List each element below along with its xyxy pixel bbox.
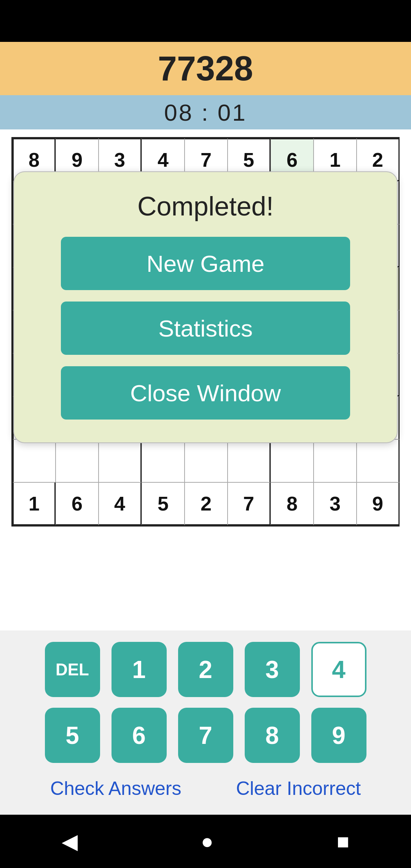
cell-8-3[interactable]: [99, 439, 142, 482]
key-2-button[interactable]: 2: [178, 642, 233, 697]
timer-bar: 08 : 01: [0, 95, 411, 129]
nav-bar: ◀ ● ■: [0, 815, 411, 868]
timer-value: 08 : 01: [164, 99, 247, 126]
cell-9-5[interactable]: 2: [185, 482, 228, 525]
completed-modal-overlay: Completed! New Game Statistics Close Win…: [13, 171, 398, 443]
cell-9-3[interactable]: 4: [99, 482, 142, 525]
grid-row-8: [13, 439, 400, 482]
cell-9-9[interactable]: 9: [357, 482, 400, 525]
key-4-button[interactable]: 4: [311, 642, 366, 697]
statistics-button[interactable]: Statistics: [61, 302, 350, 355]
clear-incorrect-button[interactable]: Clear Incorrect: [236, 777, 361, 799]
key-9-button[interactable]: 9: [311, 708, 366, 763]
close-window-button[interactable]: Close Window: [61, 366, 350, 420]
home-icon[interactable]: ●: [201, 829, 213, 854]
cell-8-6[interactable]: [228, 439, 271, 482]
cell-9-6[interactable]: 7: [228, 482, 271, 525]
cell-8-5[interactable]: [185, 439, 228, 482]
back-icon[interactable]: ◀: [62, 829, 78, 854]
key-3-button[interactable]: 3: [245, 642, 300, 697]
key-1-button[interactable]: 1: [112, 642, 167, 697]
keypad-row-1: DEL 1 2 3 4: [8, 642, 403, 697]
cell-8-4[interactable]: [142, 439, 185, 482]
cell-8-9[interactable]: [357, 439, 400, 482]
cell-8-8[interactable]: [314, 439, 357, 482]
cell-8-7[interactable]: [271, 439, 314, 482]
cell-8-1[interactable]: [13, 439, 56, 482]
keypad-area: DEL 1 2 3 4 5 6 7 8 9 Check Answers Clea…: [0, 630, 411, 815]
status-bar: [0, 0, 411, 42]
key-6-button[interactable]: 6: [112, 708, 167, 763]
score-value: 77328: [158, 49, 253, 88]
recents-icon[interactable]: ■: [337, 829, 349, 854]
grid-row-9: 1 6 4 5 2 7 8 3 9: [13, 482, 400, 525]
bottom-actions: Check Answers Clear Incorrect: [8, 774, 403, 807]
key-8-button[interactable]: 8: [245, 708, 300, 763]
keypad-row-2: 5 6 7 8 9: [8, 708, 403, 763]
cell-9-1[interactable]: 1: [13, 482, 56, 525]
score-bar: 77328: [0, 42, 411, 95]
check-answers-button[interactable]: Check Answers: [50, 777, 182, 799]
del-button[interactable]: DEL: [45, 642, 100, 697]
key-7-button[interactable]: 7: [178, 708, 233, 763]
cell-9-2[interactable]: 6: [56, 482, 99, 525]
sudoku-area: 8 9 3 4 7 5 6 1 2: [0, 129, 411, 630]
completed-modal: Completed! New Game Statistics Close Win…: [13, 171, 398, 443]
cell-8-2[interactable]: [56, 439, 99, 482]
cell-9-7[interactable]: 8: [271, 482, 314, 525]
completed-title: Completed!: [137, 191, 274, 222]
cell-9-8[interactable]: 3: [314, 482, 357, 525]
cell-9-4[interactable]: 5: [142, 482, 185, 525]
new-game-button[interactable]: New Game: [61, 237, 350, 290]
key-5-button[interactable]: 5: [45, 708, 100, 763]
